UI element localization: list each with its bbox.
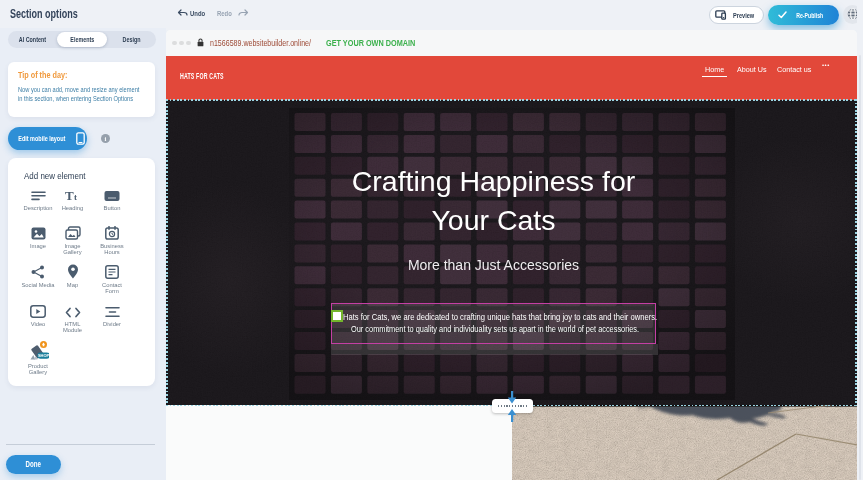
svg-text:t: t	[74, 192, 77, 202]
svg-text:SHOP: SHOP	[38, 353, 49, 358]
svg-text:T: T	[65, 189, 74, 202]
